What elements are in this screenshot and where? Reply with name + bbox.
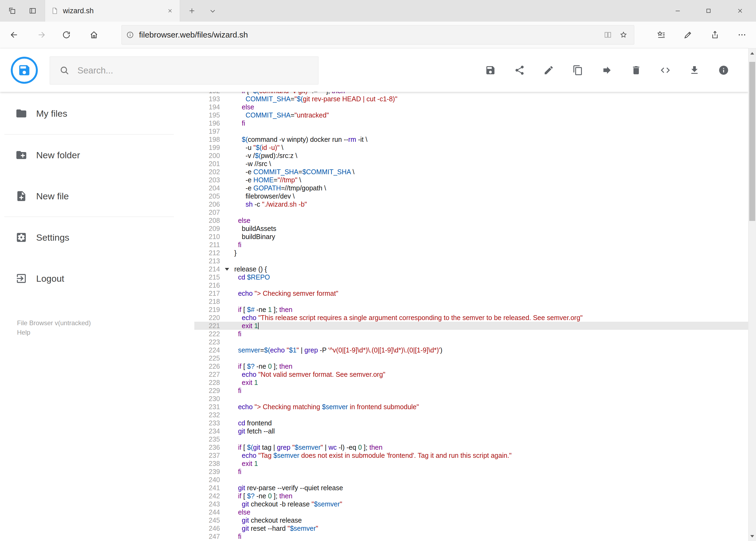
hub-favorites-icon[interactable] bbox=[650, 24, 672, 46]
code-line-213[interactable]: 213 bbox=[194, 257, 748, 265]
code-line-243[interactable]: 243 git checkout -b release "$semver" bbox=[194, 500, 748, 508]
code-line-245[interactable]: 245 git checkout release bbox=[194, 516, 748, 524]
code-line-208[interactable]: 208 else bbox=[194, 216, 748, 225]
sidebar-item-logout[interactable]: Logout bbox=[0, 266, 194, 290]
reading-view-icon[interactable] bbox=[600, 27, 616, 43]
save-button[interactable] bbox=[485, 65, 496, 76]
back-icon[interactable] bbox=[3, 24, 25, 46]
code-line-197[interactable]: 197 bbox=[194, 127, 748, 135]
code-line-244[interactable]: 244 else bbox=[194, 508, 748, 516]
code-line-216[interactable]: 216 bbox=[194, 281, 748, 289]
code-line-203[interactable]: 203 -e HOME="//tmp" \ bbox=[194, 176, 748, 184]
site-info-icon[interactable] bbox=[126, 31, 134, 39]
code-line-231[interactable]: 231 echo "> Checking matching $semver in… bbox=[194, 403, 748, 411]
code-line-226[interactable]: 226 if [ $? -ne 0 ]; then bbox=[194, 362, 748, 370]
code-line-212[interactable]: 212} bbox=[194, 249, 748, 257]
code-line-224[interactable]: 224 semver=$(echo "$1" | grep -P '^v(0|[… bbox=[194, 346, 748, 354]
address-bar[interactable]: filebrowser.web/files/wizard.sh bbox=[122, 25, 634, 45]
code-line-211[interactable]: 211 fi bbox=[194, 241, 748, 249]
code-line-214[interactable]: 214release () { bbox=[194, 265, 748, 273]
code-line-229[interactable]: 229 fi bbox=[194, 386, 748, 395]
code-line-237[interactable]: 237 echo "Tag $semver does not exist in … bbox=[194, 451, 748, 459]
code-line-204[interactable]: 204 -e GOPATH=//tmp/gopath \ bbox=[194, 184, 748, 192]
code-line-219[interactable]: 219 if [ $# -ne 1 ]; then bbox=[194, 305, 748, 313]
code-line-246[interactable]: 246 git reset --hard "$semver" bbox=[194, 524, 748, 532]
page-scrollbar[interactable] bbox=[748, 48, 756, 541]
filebrowser-logo[interactable] bbox=[11, 57, 38, 84]
code-line-223[interactable]: 223 bbox=[194, 338, 748, 346]
raw-code-button[interactable] bbox=[660, 65, 671, 76]
code-line-192[interactable]: 192 if [ "$(command -v git)" != "" ]; th… bbox=[194, 92, 748, 95]
search-box[interactable] bbox=[50, 56, 319, 85]
forward-icon[interactable] bbox=[30, 24, 52, 46]
code-line-235[interactable]: 235 bbox=[194, 435, 748, 443]
scroll-up-icon[interactable] bbox=[748, 48, 756, 58]
code-line-225[interactable]: 225 bbox=[194, 354, 748, 362]
code-editor[interactable]: 192 if [ "$(command -v git)" != "" ]; th… bbox=[194, 92, 748, 541]
code-line-196[interactable]: 196 fi bbox=[194, 119, 748, 127]
code-line-241[interactable]: 241 git rev-parse --verify --quiet relea… bbox=[194, 484, 748, 492]
tab-preview-chevron-icon[interactable] bbox=[205, 0, 220, 22]
code-line-194[interactable]: 194 else bbox=[194, 103, 748, 111]
code-line-234[interactable]: 234 git fetch --all bbox=[194, 427, 748, 435]
code-line-195[interactable]: 195 COMMIT_SHA="untracked" bbox=[194, 111, 748, 119]
code-line-247[interactable]: 247 fi bbox=[194, 532, 748, 540]
code-line-236[interactable]: 236 if [ $(git tag | grep "$semver" | wc… bbox=[194, 443, 748, 451]
edit-button[interactable] bbox=[543, 65, 554, 76]
favorite-star-icon[interactable] bbox=[616, 27, 631, 43]
code-line-193[interactable]: 193 COMMIT_SHA="$(git rev-parse HEAD | c… bbox=[194, 95, 748, 103]
minimize-button[interactable] bbox=[662, 0, 693, 22]
active-tab[interactable]: wizard.sh bbox=[45, 0, 180, 22]
refresh-icon[interactable] bbox=[55, 24, 78, 46]
maximize-button[interactable] bbox=[693, 0, 724, 22]
code-line-201[interactable]: 201 -w //src \ bbox=[194, 160, 748, 168]
tabs-preview-icon[interactable] bbox=[25, 0, 40, 22]
code-line-200[interactable]: 200 -v /$(pwd):/src:z \ bbox=[194, 152, 748, 160]
code-line-206[interactable]: 206 sh -c "./wizard.sh -b" bbox=[194, 200, 748, 208]
home-icon[interactable] bbox=[83, 24, 105, 46]
sidebar-item-settings[interactable]: Settings bbox=[0, 225, 194, 250]
code-line-215[interactable]: 215 cd $REPO bbox=[194, 273, 748, 281]
copy-button[interactable] bbox=[573, 65, 583, 76]
share-button[interactable] bbox=[514, 65, 525, 76]
move-button[interactable] bbox=[602, 65, 613, 76]
code-line-217[interactable]: 217 echo "> Checking semver format" bbox=[194, 289, 748, 297]
code-line-222[interactable]: 222 fi bbox=[194, 330, 748, 338]
fold-arrow-icon[interactable] bbox=[225, 268, 229, 270]
code-line-233[interactable]: 233 cd frontend bbox=[194, 419, 748, 427]
info-button[interactable] bbox=[718, 65, 729, 76]
code-line-221[interactable]: 221 exit 1 bbox=[194, 322, 748, 330]
code-line-218[interactable]: 218 bbox=[194, 297, 748, 305]
tabs-set-aside-icon[interactable] bbox=[5, 0, 20, 22]
delete-button[interactable] bbox=[631, 65, 641, 76]
code-line-209[interactable]: 209 buildAssets bbox=[194, 225, 748, 233]
sidebar-item-new-file[interactable]: New file bbox=[0, 184, 194, 208]
code-line-220[interactable]: 220 echo "This release script requires a… bbox=[194, 313, 748, 322]
code-line-227[interactable]: 227 echo "Not valid semver format. See s… bbox=[194, 370, 748, 378]
close-button[interactable] bbox=[724, 0, 756, 22]
code-line-199[interactable]: 199 -u "$(id -u)" \ bbox=[194, 144, 748, 152]
code-line-198[interactable]: 198 $(command -v winpty) docker run --rm… bbox=[194, 135, 748, 144]
code-line-239[interactable]: 239 fi bbox=[194, 467, 748, 476]
download-button[interactable] bbox=[689, 65, 700, 76]
tab-close-icon[interactable] bbox=[164, 5, 176, 17]
code-line-232[interactable]: 232 bbox=[194, 411, 748, 419]
code-line-240[interactable]: 240 bbox=[194, 476, 748, 484]
sidebar-item-my-files[interactable]: My files bbox=[0, 101, 194, 126]
code-line-207[interactable]: 207 bbox=[194, 208, 748, 216]
more-options-icon[interactable] bbox=[731, 24, 753, 46]
new-tab-icon[interactable] bbox=[184, 0, 199, 22]
code-line-202[interactable]: 202 -e COMMIT_SHA=$COMMIT_SHA \ bbox=[194, 168, 748, 176]
sidebar-item-new-folder[interactable]: New folder bbox=[0, 143, 194, 167]
scroll-down-icon[interactable] bbox=[748, 531, 756, 541]
code-line-238[interactable]: 238 exit 1 bbox=[194, 459, 748, 467]
help-link[interactable]: Help bbox=[17, 329, 30, 336]
annotate-pen-icon[interactable] bbox=[677, 24, 699, 46]
search-input[interactable] bbox=[78, 65, 313, 76]
code-line-242[interactable]: 242 if [ $? -ne 0 ]; then bbox=[194, 492, 748, 500]
code-line-228[interactable]: 228 exit 1 bbox=[194, 378, 748, 386]
share-page-icon[interactable] bbox=[704, 24, 726, 46]
code-line-230[interactable]: 230 bbox=[194, 395, 748, 403]
scrollbar-thumb[interactable] bbox=[749, 62, 755, 221]
code-line-210[interactable]: 210 buildBinary bbox=[194, 233, 748, 241]
